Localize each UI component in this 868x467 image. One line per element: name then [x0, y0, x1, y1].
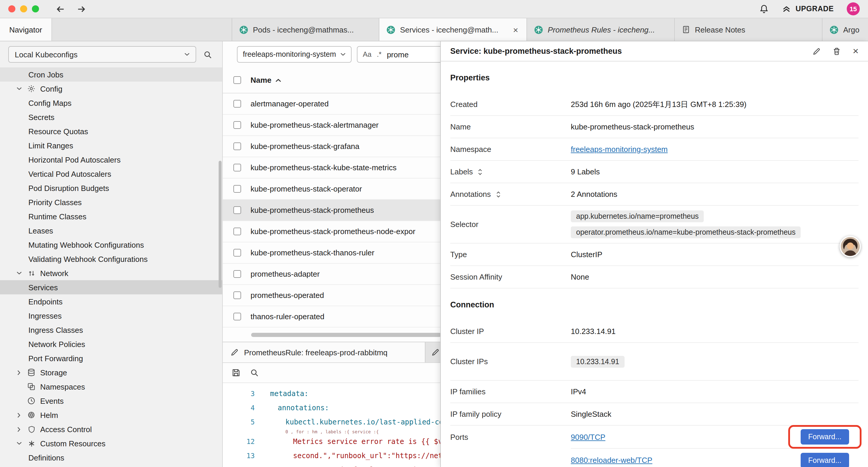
table-row-kube-prometheus-stack-grafana[interactable]: kube-prometheus-stack-grafana	[223, 136, 440, 157]
upgrade-button[interactable]: UPGRADE	[782, 4, 834, 13]
table-row-kube-prometheus-stack-alertmanager[interactable]: kube-prometheus-stack-alertmanager	[223, 115, 440, 136]
row-checkbox[interactable]	[234, 121, 241, 129]
tab-label: Pods - icecheng@mathmas...	[253, 25, 354, 34]
close-window-button[interactable]	[8, 5, 16, 12]
sidebar-item-runtime-classes[interactable]: Runtime Classes	[0, 209, 222, 224]
port-link[interactable]: 9090/TCP	[571, 432, 606, 441]
minimize-window-button[interactable]	[20, 5, 27, 12]
row-checkbox[interactable]	[234, 100, 241, 108]
row-checkbox[interactable]	[234, 291, 241, 299]
sidebar-item-custom-resources[interactable]: Custom Resources	[0, 436, 222, 450]
sidebar-item-events[interactable]: Events	[0, 394, 222, 408]
forward-button[interactable]: Forward...	[800, 453, 849, 467]
row-checkbox[interactable]	[234, 249, 241, 257]
sort-icon[interactable]	[478, 168, 483, 175]
row-checkbox[interactable]	[234, 143, 241, 150]
namespace-link[interactable]: freeleaps-monitoring-system	[571, 145, 668, 154]
forward-button[interactable]: Forward...	[800, 429, 849, 444]
sidebar-item-label: Leases	[28, 226, 53, 235]
table-row-prometheus-operated[interactable]: prometheus-operated	[223, 285, 440, 306]
maximize-window-button[interactable]	[32, 5, 39, 12]
row-checkbox[interactable]	[234, 185, 241, 193]
sidebar-item-services[interactable]: Services	[0, 280, 222, 294]
sidebar-item-validating-webhook-configurations[interactable]: Validating Webhook Configurations	[0, 252, 222, 266]
tab-services-icecheng-math[interactable]: Services - icecheng@math...×	[379, 18, 527, 41]
row-checkbox[interactable]	[234, 228, 241, 235]
match-case-toggle[interactable]: Aa	[363, 50, 371, 59]
kubeconfig-selector[interactable]: Local Kubeconfigs	[8, 46, 196, 63]
port-link[interactable]: 8080:reloader-web/TCP	[571, 456, 652, 465]
sidebar-item-namespaces[interactable]: Namespaces	[0, 380, 222, 394]
sidebar-item-access-control[interactable]: Access Control	[0, 422, 222, 436]
namespace-filter-dropdown[interactable]: freeleaps-monitoring-system	[237, 46, 351, 63]
sidebar-item-ingresses[interactable]: Ingresses	[0, 309, 222, 323]
tab-prometheus-rules-icecheng[interactable]: Prometheus Rules - icecheng...	[527, 18, 675, 41]
back-icon[interactable]	[56, 4, 66, 14]
yaml-editor[interactable]: 3metadata:4annotations:5kubectl.kubernet…	[223, 383, 440, 467]
row-name: kube-prometheus-stack-prometheus	[251, 206, 374, 214]
line-number: 5	[231, 415, 255, 429]
table-row-kube-prometheus-stack-operator[interactable]: kube-prometheus-stack-operator	[223, 178, 440, 200]
horizontal-scrollbar-thumb[interactable]	[251, 333, 440, 337]
tab-argo-s[interactable]: Argo S	[823, 18, 868, 41]
table-row-prometheus-adapter[interactable]: prometheus-adapter	[223, 264, 440, 285]
notifications-bell-icon[interactable]	[760, 4, 769, 13]
table-row-kube-prometheus-stack-prometheus-node-expor[interactable]: kube-prometheus-stack-prometheus-node-ex…	[223, 221, 440, 242]
row-checkbox[interactable]	[234, 206, 241, 214]
sidebar-item-ingress-classes[interactable]: Ingress Classes	[0, 323, 222, 337]
sidebar-item-horizontal-pod-autoscalers[interactable]: Horizontal Pod Autoscalers	[0, 152, 222, 167]
navigator-tab[interactable]: Navigator	[0, 18, 52, 41]
sidebar-item-network-policies[interactable]: Network Policies	[0, 337, 222, 351]
edit-icon[interactable]	[812, 47, 821, 55]
table-row-thanos-ruler-operated[interactable]: thanos-ruler-operated	[223, 306, 440, 327]
editor-search-icon[interactable]	[250, 368, 259, 377]
sidebar-item-helm[interactable]: Helm	[0, 408, 222, 422]
sidebar-item-config-maps[interactable]: Config Maps	[0, 96, 222, 110]
trash-icon[interactable]	[833, 47, 841, 55]
notification-count-badge[interactable]: 15	[847, 2, 860, 16]
row-checkbox[interactable]	[234, 313, 241, 320]
sidebar-item-cron-jobs[interactable]: Cron Jobs	[0, 67, 222, 82]
row-checkbox[interactable]	[234, 270, 241, 278]
table-row-alertmanager-operated[interactable]: alertmanager-operated	[223, 93, 440, 115]
sidebar-item-endpoints[interactable]: Endpoints	[0, 294, 222, 309]
sidebar-item-resource-quotas[interactable]: Resource Quotas	[0, 124, 222, 138]
sidebar-item-storage[interactable]: Storage	[0, 365, 222, 380]
sidebar-item-pod-disruption-budgets[interactable]: Pod Disruption Budgets	[0, 181, 222, 195]
close-icon[interactable]: ×	[852, 46, 859, 56]
name-column-header[interactable]: Name	[251, 76, 282, 85]
sidebar-item-priority-classes[interactable]: Priority Classes	[0, 195, 222, 209]
table-row-kube-prometheus-stack-kube-state-metrics[interactable]: kube-prometheus-stack-kube-state-metrics	[223, 157, 440, 178]
sidebar-item-network[interactable]: Network	[0, 266, 222, 280]
sidebar-item-secrets[interactable]: Secrets	[0, 110, 222, 124]
table-row-kube-prometheus-stack-thanos-ruler[interactable]: kube-prometheus-stack-thanos-ruler	[223, 242, 440, 264]
editor-tab[interactable]: PrometheusRule: freeleaps-prod-rabbitmq	[223, 342, 426, 362]
detail-row-ports: Ports9090/TCPForward...8080:reloader-web…	[450, 426, 859, 467]
sidebar-item-config[interactable]: Config	[0, 82, 222, 96]
select-all-checkbox[interactable]	[234, 76, 241, 84]
regex-toggle[interactable]: .*	[377, 50, 381, 59]
resource-search-input[interactable]: Aa .* prome	[357, 46, 440, 63]
tab-pods-icecheng-mathmas[interactable]: Pods - icecheng@mathmas...	[231, 18, 379, 41]
detail-label: Created	[450, 100, 478, 109]
sort-icon[interactable]	[495, 191, 501, 198]
close-tab-icon[interactable]: ×	[512, 25, 519, 35]
sidebar-item-vertical-pod-autoscalers[interactable]: Vertical Pod Autoscalers	[0, 167, 222, 181]
editor-tab-partial[interactable]	[426, 342, 440, 362]
sidebar-item-port-forwarding[interactable]: Port Forwarding	[0, 351, 222, 365]
table-row-kube-prometheus-stack-prometheus[interactable]: kube-prometheus-stack-prometheus	[223, 200, 440, 221]
tab-label: Argo S	[843, 25, 861, 34]
forward-icon[interactable]	[76, 4, 86, 14]
row-checkbox[interactable]	[234, 164, 241, 171]
sidebar-item-limit-ranges[interactable]: Limit Ranges	[0, 138, 222, 152]
tab-release-notes[interactable]: Release Notes	[675, 18, 823, 41]
sidebar-item-mutating-webhook-configurations[interactable]: Mutating Webhook Configurations	[0, 238, 222, 252]
sidebar-scrollbar-thumb[interactable]	[219, 161, 222, 288]
sidebar-search-icon[interactable]	[203, 50, 212, 59]
namespaces-icon	[27, 382, 36, 391]
sidebar-item-leases[interactable]: Leases	[0, 224, 222, 238]
sidebar-item-label: Runtime Classes	[28, 212, 87, 221]
save-icon[interactable]	[231, 368, 241, 377]
sidebar-item-definitions[interactable]: Definitions	[0, 450, 222, 465]
user-avatar[interactable]	[840, 236, 861, 257]
